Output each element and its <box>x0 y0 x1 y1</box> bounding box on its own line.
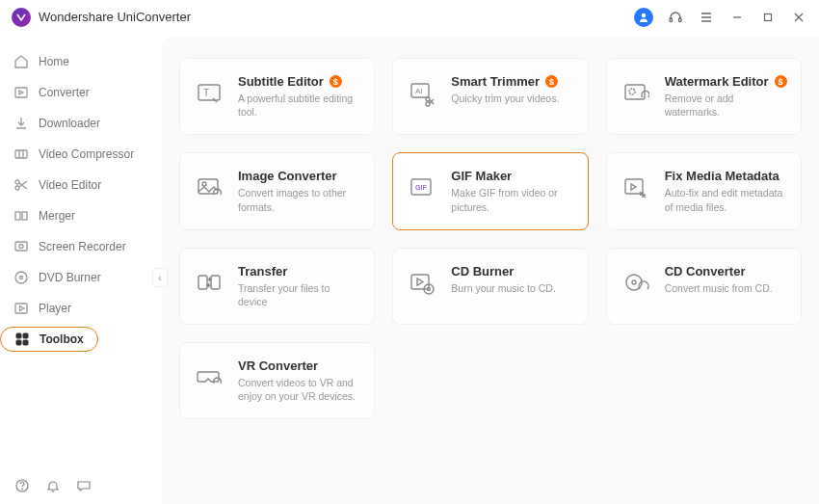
svg-point-13 <box>15 180 19 184</box>
svg-point-34 <box>426 102 430 106</box>
svg-rect-15 <box>15 212 20 220</box>
svg-rect-1 <box>670 18 673 22</box>
sidebar-item-label: Merger <box>39 209 75 223</box>
svg-marker-11 <box>19 91 23 94</box>
sidebar-item-editor[interactable]: Video Editor <box>0 170 162 200</box>
card-desc: Make GIF from video or pictures. <box>451 186 573 213</box>
svg-point-36 <box>629 89 635 94</box>
card-title: Fix Media Metadata <box>665 169 779 183</box>
card-title: Watermark Editor <box>665 74 769 89</box>
tool-card-transfer[interactable]: Transfer Transfer your files to device <box>179 248 375 325</box>
sidebar-item-home[interactable]: Home <box>0 46 162 77</box>
grid-icon <box>14 332 30 347</box>
account-icon[interactable] <box>634 8 653 27</box>
tool-card-image-converter[interactable]: Image Converter Convert images to other … <box>179 152 375 229</box>
close-button[interactable] <box>790 9 807 26</box>
card-title: Image Converter <box>238 169 337 183</box>
svg-point-33 <box>426 97 430 101</box>
svg-rect-25 <box>16 340 21 345</box>
svg-text:GIF: GIF <box>415 184 427 191</box>
sidebar-footer <box>0 467 162 504</box>
menu-icon[interactable] <box>698 9 715 26</box>
record-icon <box>13 239 29 254</box>
headset-icon[interactable] <box>667 9 684 26</box>
svg-rect-17 <box>15 242 27 251</box>
svg-point-0 <box>642 13 646 16</box>
tool-card-vr-converter[interactable]: VR Converter Convert videos to VR and en… <box>179 342 375 419</box>
sidebar-item-label: Downloader <box>39 117 100 130</box>
compress-icon <box>13 146 29 162</box>
tool-card-smart-trimmer[interactable]: AI Smart Trimmer$ Quicky trim your video… <box>392 58 588 135</box>
sidebar-item-dvd[interactable]: DVD Burner <box>0 262 162 293</box>
help-icon[interactable] <box>13 477 31 494</box>
sidebar-item-player[interactable]: Player <box>0 293 162 324</box>
card-desc: Remove or add watermarks. <box>665 92 787 119</box>
sidebar-item-label: Screen Recorder <box>39 240 126 253</box>
card-desc: Convert music from CD. <box>665 281 787 295</box>
svg-rect-7 <box>765 13 772 20</box>
premium-badge-icon: $ <box>775 75 787 88</box>
card-title: Transfer <box>238 264 287 279</box>
minimize-button[interactable] <box>728 9 746 26</box>
sidebar-item-recorder[interactable]: Screen Recorder <box>0 231 162 262</box>
svg-marker-46 <box>417 279 423 285</box>
sidebar-item-label: Toolbox <box>40 332 84 346</box>
svg-rect-26 <box>23 340 28 345</box>
tool-card-cd-converter[interactable]: CD Converter Convert music from CD. <box>606 248 802 325</box>
content-area: T Subtitle Editor$ A powerful subtitle e… <box>162 37 819 504</box>
card-desc: Auto-fix and edit metadata of media file… <box>665 186 787 213</box>
tool-card-fix-metadata[interactable]: Fix Media Metadata Auto-fix and edit met… <box>606 152 802 229</box>
sidebar-item-label: Converter <box>39 86 90 99</box>
chat-icon[interactable] <box>75 477 92 494</box>
svg-rect-12 <box>15 150 27 158</box>
gif-icon: GIF <box>407 172 437 203</box>
scissors-icon <box>13 177 29 193</box>
card-desc: Convert images to other formats. <box>238 186 360 213</box>
card-title: Smart Trimmer <box>451 74 540 89</box>
tool-card-subtitle-editor[interactable]: T Subtitle Editor$ A powerful subtitle e… <box>179 58 375 135</box>
svg-point-50 <box>632 280 636 284</box>
svg-text:T: T <box>203 88 209 98</box>
download-icon <box>13 116 29 131</box>
svg-point-20 <box>20 277 23 279</box>
svg-rect-10 <box>15 88 27 97</box>
svg-rect-44 <box>211 276 220 289</box>
svg-rect-2 <box>679 18 682 22</box>
merge-icon <box>13 208 29 224</box>
card-desc: Convert videos to VR and enjoy on your V… <box>238 376 360 403</box>
sidebar-item-label: Home <box>39 55 69 68</box>
sidebar-item-compressor[interactable]: Video Compressor <box>0 139 162 170</box>
sidebar-item-converter[interactable]: Converter <box>0 77 162 108</box>
tool-card-cd-burner[interactable]: CD Burner Burn your music to CD. <box>392 248 588 325</box>
subtitle-icon: T <box>194 78 225 109</box>
sidebar-item-label: DVD Burner <box>39 271 101 284</box>
svg-point-38 <box>202 182 206 186</box>
bell-icon[interactable] <box>44 477 62 494</box>
premium-badge-icon: $ <box>545 75 558 88</box>
premium-badge-icon: $ <box>330 75 342 88</box>
svg-point-18 <box>19 245 23 249</box>
watermark-icon <box>621 78 651 109</box>
svg-point-28 <box>22 489 23 490</box>
maximize-button[interactable] <box>759 9 777 26</box>
card-desc: Quicky trim your videos. <box>451 92 573 105</box>
cd-convert-icon <box>621 268 651 299</box>
play-icon <box>13 301 29 316</box>
svg-marker-22 <box>20 306 25 311</box>
cd-burn-icon <box>407 268 437 299</box>
tool-card-gif-maker[interactable]: GIF GIF Maker Make GIF from video or pic… <box>392 152 588 229</box>
card-title: CD Converter <box>665 264 746 279</box>
chevron-left-icon: ‹ <box>158 273 161 283</box>
app-title: Wondershare UniConverter <box>39 10 191 24</box>
tool-card-watermark-editor[interactable]: Watermark Editor$ Remove or add watermar… <box>606 58 802 135</box>
main-layout: Home Converter Downloader Video Compress… <box>0 35 819 504</box>
titlebar: Wondershare UniConverter <box>0 0 819 35</box>
card-desc: Burn your music to CD. <box>451 281 573 295</box>
sidebar-collapse-button[interactable]: ‹ <box>152 268 168 287</box>
svg-rect-43 <box>198 276 207 289</box>
sidebar-item-merger[interactable]: Merger <box>0 200 162 231</box>
sidebar-item-toolbox[interactable]: Toolbox <box>0 324 162 355</box>
sidebar-item-downloader[interactable]: Downloader <box>0 108 162 139</box>
tool-grid: T Subtitle Editor$ A powerful subtitle e… <box>179 58 802 419</box>
card-title: VR Converter <box>238 358 318 373</box>
